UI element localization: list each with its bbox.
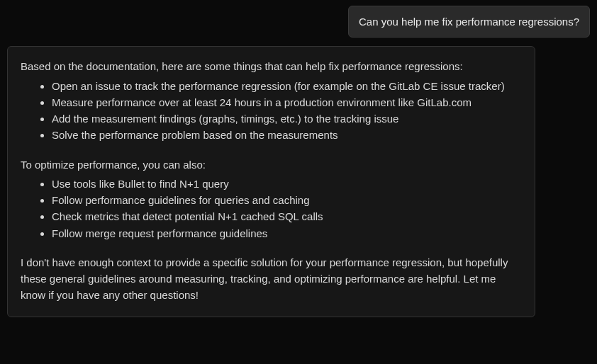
list-item: Open an issue to track the performance r… xyxy=(52,78,522,94)
user-message-bubble[interactable]: Can you help me fix performance regressi… xyxy=(348,6,590,38)
user-message-text: Can you help me fix performance regressi… xyxy=(359,16,579,28)
user-message-row: Can you help me fix performance regressi… xyxy=(7,6,590,38)
list-item: Add the measurement findings (graphs, ti… xyxy=(52,110,522,127)
assistant-message-bubble[interactable]: Based on the documentation, here are som… xyxy=(7,46,535,317)
assistant-list-1: Open an issue to track the performance r… xyxy=(21,78,522,144)
list-item: Follow merge request performance guideli… xyxy=(52,225,522,241)
assistant-message-row: Based on the documentation, here are som… xyxy=(7,46,590,317)
list-item: Use tools like Bullet to find N+1 query xyxy=(52,176,522,192)
list-item: Measure performance over at least 24 hou… xyxy=(52,94,522,110)
assistant-intro-2: To optimize performance, you can also: xyxy=(21,157,522,173)
chat-container: Can you help me fix performance regressi… xyxy=(0,0,597,323)
list-item: Check metrics that detect potential N+1 … xyxy=(52,208,522,224)
assistant-outro: I don't have enough context to provide a… xyxy=(21,254,522,304)
assistant-intro-1: Based on the documentation, here are som… xyxy=(21,58,522,74)
list-item: Solve the performance problem based on t… xyxy=(52,127,522,143)
assistant-list-2: Use tools like Bullet to find N+1 query … xyxy=(21,176,522,241)
list-item: Follow performance guidelines for querie… xyxy=(52,192,522,208)
